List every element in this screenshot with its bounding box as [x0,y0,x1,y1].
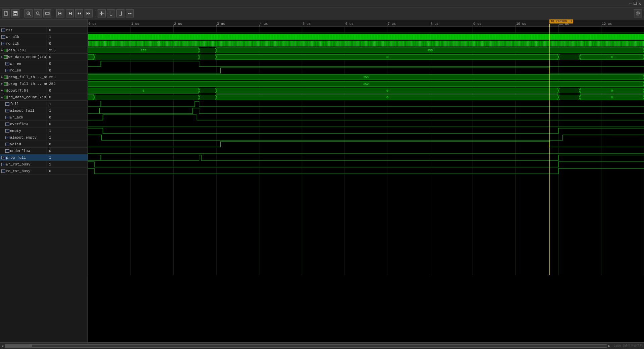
mark-a-button[interactable] [107,9,115,17]
svg-marker-34 [130,13,131,14]
signal-name: ▶[]dout[7:0] [0,87,47,94]
signal-row[interactable]: ─overflow0 [0,121,88,128]
signal-row[interactable]: ─wr_ack0 [0,114,88,121]
signal-row[interactable]: ▶[]din[7:0]255 [0,47,88,54]
svg-text:0: 0 [611,96,613,99]
signal-row[interactable]: ─prog_full1 [0,154,88,161]
signal-row[interactable]: ▶[]prog_full_th..._negate[7:0]252 [0,81,88,87]
bit-icon: ─ [5,149,9,153]
maximize-button[interactable]: □ [634,1,636,6]
expand-arrow-icon[interactable]: ▶ [1,55,3,58]
time-label: 0 us [89,22,97,26]
signal-name-text: prog_full [6,156,26,160]
signal-name: ▶[]prog_full_th..._assert[7:0] [0,74,47,80]
expand-arrow-icon[interactable]: ▶ [1,76,3,79]
expand-arrow-icon[interactable]: ▶ [1,49,3,52]
scroll-right-button[interactable]: ▶ [608,344,610,348]
save-button[interactable] [11,9,19,17]
signal-row[interactable]: ▶[]dout[7:0]0 [0,87,88,94]
mark-delta-button[interactable] [126,9,134,17]
svg-rect-108 [199,88,216,93]
signal-row[interactable]: ▶[]wr_data_count[7:0]0 [0,54,88,60]
signal-row[interactable]: ─rst0 [0,27,88,34]
signal-name: ─rd_en [0,67,47,73]
signal-row[interactable]: ─almost_full1 [0,107,88,114]
signal-name: ─overflow [0,121,47,127]
signal-row[interactable]: ▶[]prog_full_th..._assert[7:0]253 [0,74,88,81]
svg-text:0: 0 [611,56,613,59]
signal-row[interactable]: ─wr_en0 [0,60,88,67]
zoom-out-button[interactable] [34,9,42,17]
signal-name-text: rd_clk [6,42,19,46]
expand-arrow-icon[interactable]: ▶ [1,89,3,92]
time-label: 6 us [345,22,354,26]
watermark: CSDN @通信学会了吗 [614,344,643,348]
svg-line-9 [39,14,40,15]
scrollbar-area[interactable]: ◀ ▶ CSDN @通信学会了吗 [0,342,644,349]
mark-b-button[interactable] [116,9,124,17]
waveform-area[interactable]: 0 us1 us2 us3 us4 us5 us6 us7 us8 us9 us… [88,19,644,342]
signal-name-text: almost_empty [10,136,37,140]
signal-row[interactable]: ─almost_empty1 [0,134,88,141]
signal-row[interactable]: ─valid0 [0,141,88,148]
signal-list: ─rst0─wr_clk1─rd_clk0▶[]din[7:0]255▶[]wr… [0,27,88,174]
signal-row[interactable]: ─empty1 [0,128,88,134]
signal-row[interactable]: ─wr_clk1 [0,34,88,40]
last-button[interactable] [66,9,74,17]
time-label: 7 us [388,22,396,26]
toolbar-separator-1 [22,10,22,17]
signal-name-text: prog_full_th..._assert[7:0] [8,75,47,79]
signal-name: ─full [0,101,47,107]
signal-name: ─underflow [0,148,47,154]
signal-name: ▶[]din[7:0] [0,47,47,53]
zoom-in-button[interactable] [24,9,33,17]
window-controls[interactable]: ─ □ ✕ [629,1,641,6]
signal-row[interactable]: ─wr_rst_busy1 [0,161,88,168]
signal-name-text: rst [6,28,13,32]
signal-row[interactable]: ─rd_clk0 [0,40,88,47]
signal-name: ▶[]rd_data_count[7:0] [0,94,47,100]
shift-right-button[interactable] [85,9,93,17]
zoom-fit-button[interactable] [43,9,51,17]
bit-icon: ─ [5,116,9,119]
signal-name-text: prog_full_th..._negate[7:0] [8,82,47,86]
svg-point-35 [637,12,639,14]
signal-value-text: 252 [47,82,87,86]
svg-text:0: 0 [386,89,388,93]
time-label: 3 us [217,22,225,26]
expand-arrow-icon[interactable]: ▶ [1,96,3,99]
svg-marker-33 [128,13,129,14]
signal-row[interactable]: ─rd_en0 [0,67,88,74]
close-button[interactable]: ✕ [639,1,641,6]
signal-name: ─rst [0,27,47,33]
scroll-left-button[interactable]: ◀ [1,344,3,348]
shift-left-button[interactable] [75,9,83,17]
svg-rect-2 [14,11,17,13]
signal-row[interactable]: ─underflow0 [0,148,88,154]
svg-marker-19 [69,12,71,15]
settings-button[interactable] [634,9,642,17]
svg-rect-66 [88,54,94,60]
signal-name: ─almost_empty [0,134,47,141]
signal-row[interactable]: ─rd_rst_busy0 [0,168,88,174]
signal-row[interactable]: ─full1 [0,101,88,107]
signal-row[interactable]: ▶[]rd_data_count[7:0]0 [0,94,88,101]
bit-icon: ─ [1,35,5,39]
signal-panel-header [0,19,88,27]
bit-icon: ─ [1,42,5,45]
zoom-range-button[interactable] [98,9,106,17]
signal-name-text: dout[7:0] [8,89,28,93]
expand-arrow-icon[interactable]: ▶ [1,82,3,85]
minimize-button[interactable]: ─ [629,1,632,6]
title-bar: ─ □ ✕ [0,0,644,7]
svg-text:255: 255 [427,49,433,52]
signal-value-text: 0 [47,122,87,126]
signal-name-text: din[7:0] [8,48,26,52]
signal-value-text: 0 [47,89,87,93]
bus-icon: [] [4,89,8,92]
first-button[interactable] [56,9,64,17]
signal-name: ─empty [0,128,47,134]
svg-rect-70 [199,54,216,60]
new-button[interactable] [2,9,10,17]
time-label: 8 us [430,22,438,26]
